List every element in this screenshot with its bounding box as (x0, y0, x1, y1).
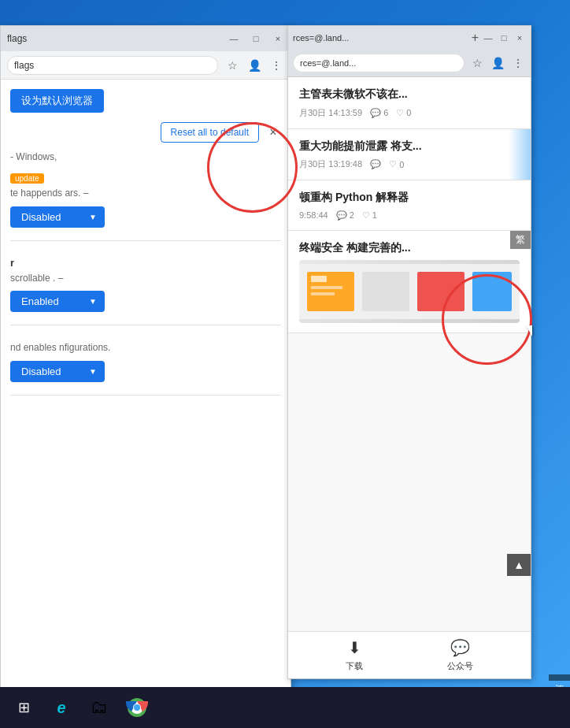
eval-badge: 评 (549, 674, 570, 681)
star-icon[interactable]: ☆ (224, 58, 240, 73)
flag-item-2: r scrollable . – Default Enabled Disable… (10, 257, 281, 326)
svg-rect-6 (311, 286, 342, 289)
right-close-button[interactable]: × (513, 32, 526, 44)
right-star-icon[interactable]: ☆ (469, 55, 485, 71)
flag-select-3[interactable]: Default Enabled Disabled (10, 361, 105, 382)
new-tab-button[interactable]: + (472, 31, 479, 45)
flag-platform-1: - Windows, (10, 150, 281, 164)
right-maximize-button[interactable]: □ (498, 32, 510, 44)
left-tab-title: flags (7, 33, 27, 44)
news-item-4[interactable]: 终端安全 构建完善的... 繁 (288, 231, 531, 334)
download-button[interactable]: ⬇ 下载 (346, 638, 363, 672)
wechat-icon: 💬 (450, 638, 470, 657)
right-menu-icon[interactable]: ⋮ (510, 55, 526, 71)
chrome-icon (126, 696, 148, 719)
flag-select-wrap-3: Default Enabled Disabled ▼ (10, 361, 105, 382)
right-toolbar: rces=@.land... ☆ 👤 ⋮ (288, 50, 531, 76)
comment-icon-2: 💬 (370, 159, 381, 169)
news-content: 主管表未微软不该在... 月30日 14:13:59 💬 6 ♡ 0 重大功能提… (288, 77, 531, 631)
news-title-2: 重大功能提前泄露 将支... (299, 139, 520, 154)
right-tab-row: rces=@.land... + — □ × (288, 26, 531, 50)
left-titlebar: flags — □ × (1, 26, 291, 51)
flag-desc-1: te happends ars. – (10, 187, 281, 200)
right-titlebar-area: rces=@.land... + — □ × rces=@.land... ☆ … (288, 26, 531, 77)
news-meta-1: 月30日 14:13:59 💬 6 ♡ 0 (299, 107, 520, 119)
wechat-label: 公众号 (447, 660, 473, 672)
explorer-button[interactable]: 🗂 (82, 690, 117, 725)
reset-all-button[interactable]: Reset all to default (161, 122, 259, 143)
chrome-left-window: flags — □ × flags ☆ 👤 ⋮ 设为默认浏览器 Reset al… (0, 25, 291, 703)
left-toolbar: flags ☆ 👤 ⋮ (1, 51, 291, 80)
address-bar-left[interactable]: flags (7, 56, 218, 75)
news-title-3: 顿重构 Python 解释器 (299, 190, 520, 206)
like-icon-3: ♡ 1 (362, 210, 377, 221)
svg-rect-2 (362, 272, 409, 311)
avatar-icon[interactable]: 👤 (246, 58, 262, 73)
scroll-highlight (509, 129, 531, 180)
svg-rect-3 (417, 272, 465, 311)
close-button[interactable]: × (272, 32, 284, 45)
right-avatar-icon[interactable]: 👤 (490, 55, 505, 71)
news-bottom-bar: ⬇ 下载 💬 公众号 (288, 631, 531, 678)
download-label: 下载 (346, 660, 363, 672)
news-meta-2: 月30日 13:19:48 💬 ♡ 0 (299, 158, 520, 170)
like-icon-2: ♡ 0 (389, 159, 404, 169)
flags-content: 设为默认浏览器 Reset all to default × - Windows… (1, 80, 291, 702)
flag-item-1: - Windows, update te happends ars. – Def… (10, 150, 281, 241)
news-item-1[interactable]: 主管表未微软不该在... 月30日 14:13:59 💬 6 ♡ 0 (288, 77, 531, 129)
svg-rect-4 (472, 272, 512, 311)
news-meta-3: 9:58:44 💬 2 ♡ 1 (299, 210, 520, 221)
comment-icon-1: 💬 6 (370, 108, 388, 118)
svg-point-11 (134, 704, 140, 711)
flag-desc-2: scrollable . – (10, 272, 281, 285)
news-item-2[interactable]: 重大功能提前泄露 将支... 月30日 13:19:48 💬 ♡ 0 (288, 129, 531, 181)
svg-rect-7 (311, 292, 335, 295)
download-icon: ⬇ (348, 638, 361, 657)
maximize-button[interactable]: □ (250, 32, 262, 45)
scroll-up-button[interactable]: ▲ (507, 554, 531, 576)
flag-select-wrap-1: Default Enabled Disabled ▼ (10, 206, 105, 228)
left-window-controls: — □ × (228, 32, 284, 45)
like-icon-1: ♡ 0 (396, 108, 411, 118)
edge-button[interactable]: e (44, 690, 79, 725)
minimize-button[interactable]: — (228, 32, 240, 45)
menu-icon[interactable]: ⋮ (268, 58, 284, 73)
flag-title-2: r (10, 257, 281, 269)
right-address-bar[interactable]: rces=@.land... (293, 54, 465, 72)
flag-item-3: nd enables nfigurations. Default Enabled… (10, 341, 281, 396)
flag-select-wrap-2: Default Enabled Disabled ▼ (10, 291, 105, 312)
right-minimize-button[interactable]: — (482, 32, 494, 44)
news-title-1: 主管表未微软不该在... (299, 87, 520, 102)
flag-desc-3: nd enables nfigurations. (10, 341, 281, 355)
flag-select-1[interactable]: Default Enabled Disabled (10, 206, 105, 228)
task-view-button[interactable]: ⊞ (6, 690, 41, 725)
chrome-button[interactable] (120, 690, 154, 725)
wechat-official-button[interactable]: 💬 公众号 (447, 638, 473, 672)
flag-tag-1: update (10, 173, 44, 184)
svg-rect-5 (311, 276, 327, 282)
comment-icon-3: 💬 2 (336, 210, 354, 221)
taskbar: ⊞ e 🗂 (0, 687, 570, 728)
traditional-chinese-button[interactable]: 繁 (510, 231, 531, 249)
news-image-4 (299, 260, 520, 323)
flag-select-2[interactable]: Default Enabled Disabled (10, 291, 105, 312)
reset-close-button[interactable]: × (265, 124, 281, 140)
reset-bar: Reset all to default × (10, 122, 281, 143)
news-title-4: 终端安全 构建完善的... (299, 240, 520, 256)
news-item-3[interactable]: 顿重构 Python 解释器 9:58:44 💬 2 ♡ 1 (288, 180, 531, 231)
right-tab-title: rces=@.land... (293, 33, 468, 43)
chrome-right-window: rces=@.land... + — □ × rces=@.land... ☆ … (287, 25, 531, 679)
news-thumbnail-svg (299, 264, 520, 319)
set-default-button[interactable]: 设为默认浏览器 (10, 89, 104, 113)
